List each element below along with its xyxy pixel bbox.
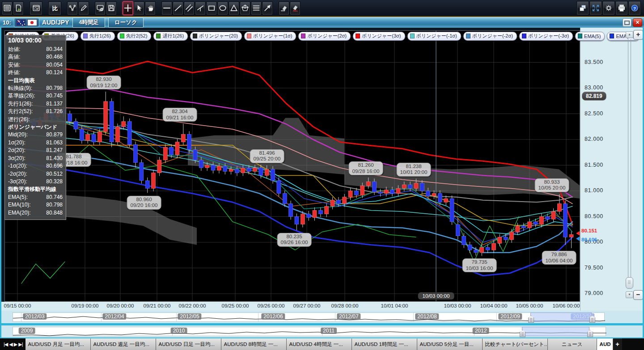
tab-nav-button-1[interactable]: ◀ — [9, 342, 12, 347]
legend-toggle[interactable]: ボリンジャー(1σ) — [244, 32, 297, 41]
navigator-yearly[interactable]: 2009201020112012 — [0, 325, 644, 337]
time-axis[interactable]: 09/15 00:0009/19 00:0009/20 00:0009/21 0… — [0, 302, 580, 311]
bottom-tab-bar: |◀◀▶▶| AUD/USD 月足 一目均...AUD/USD 週足 一目均..… — [0, 338, 644, 350]
legend-swatch — [156, 34, 161, 38]
ray-line-tool-button[interactable] — [195, 1, 206, 15]
scroll-down-button[interactable]: ▼ — [626, 291, 633, 298]
legend-label: EMA(5) — [584, 34, 601, 39]
time-axis-label: 09/19 00:00 — [72, 303, 99, 308]
legend-toggle[interactable]: 先行1(26) — [80, 32, 115, 41]
hand-tool-button[interactable] — [145, 1, 156, 15]
legend-toggle[interactable]: ボリンジャー(2σ) — [298, 32, 351, 41]
price-axis-label: 83.000 — [585, 84, 603, 91]
pencil-tool-button[interactable] — [78, 1, 89, 15]
legend-toggle[interactable]: EMA(5) — [575, 32, 605, 41]
chart-style-tab[interactable]: ローソク — [108, 17, 144, 28]
navigator-monthly[interactable]: 2012/032012/042012/052012/062012/072012/… — [0, 311, 644, 323]
trend-line-tool-button[interactable] — [173, 1, 183, 15]
price-axis[interactable]: 84.00083.50083.00082.50082.00081.50081.0… — [580, 28, 643, 311]
list-tool-button[interactable] — [2, 1, 13, 15]
tooltip-row: Mid(20):80.879 — [8, 131, 63, 139]
timeframe-tab[interactable]: 4時間足 — [72, 17, 105, 28]
zoom-in-button[interactable]: + — [633, 30, 643, 40]
tab-nav-button-2[interactable]: ▶ — [14, 342, 17, 347]
tooltip-row: -2σ(20):80.512 — [8, 170, 63, 178]
chart-tab[interactable]: ニュース — [548, 338, 597, 350]
parallel-lines-tool-button[interactable] — [184, 1, 195, 15]
price-axis-label: 82.500 — [585, 110, 603, 117]
windows-button[interactable] — [576, 1, 589, 15]
rectangle-tool-button[interactable] — [206, 1, 217, 15]
navigator-period-badge: 2012/03 — [23, 313, 47, 320]
scroll-up-button[interactable]: ▲ — [626, 31, 633, 38]
chart-tab[interactable]: AUD/USD 8時間足 一... — [221, 338, 287, 350]
navigator-period-badge: 2011 — [321, 328, 337, 334]
chart-tab[interactable]: AUD/USD 1時間足 一... — [352, 338, 417, 350]
gear-button[interactable] — [602, 1, 615, 15]
monitor-settings-tool-button[interactable] — [95, 1, 106, 15]
svg-text:比: 比 — [52, 5, 58, 12]
eraser-all-tool-button[interactable]: ALL — [290, 1, 301, 15]
legend-swatch — [610, 34, 614, 38]
eraser-tool-button[interactable] — [279, 1, 289, 15]
tab-nav-button-3[interactable]: ▶| — [18, 342, 22, 347]
crosshair-time-badge: 10/03 00:00 — [418, 292, 454, 299]
arrow-tool-button[interactable] — [262, 1, 273, 15]
printer-button[interactable] — [615, 1, 628, 15]
chart-tab[interactable]: AUD/USD 月足 一目均... — [25, 338, 91, 350]
legend-swatch — [410, 34, 415, 38]
chart-tab[interactable]: AUD/USD 4時間足 一... — [287, 338, 352, 350]
navigator-period-badge: 2012/09 — [498, 313, 522, 320]
pentagon-tool-button[interactable] — [240, 1, 250, 15]
tab-nav-button-0[interactable]: |◀ — [4, 342, 8, 347]
compare-tool-button[interactable]: 比 — [48, 1, 61, 15]
legend-toggle[interactable]: 先行2(52) — [117, 32, 152, 41]
legend-swatch — [193, 34, 197, 38]
chart-tab[interactable]: 比較チャート(パーセント... — [483, 338, 548, 350]
help-button[interactable]: ? — [628, 1, 641, 15]
chart-tab[interactable]: AUD — [597, 338, 613, 350]
chart-window-titlebar[interactable]: 10: AUD/JPY 4時間足 ローソク ✕ — [0, 17, 644, 28]
legend-swatch — [466, 34, 470, 38]
close-button[interactable]: ✕ — [633, 18, 642, 27]
add-chart-button[interactable]: + — [613, 338, 622, 350]
legend-toggle[interactable]: ボリンジャー(20) — [190, 32, 242, 41]
legend-label: 遅行1(26) — [162, 33, 184, 39]
price-axis-label: 79.000 — [585, 290, 603, 296]
navigator-track[interactable] — [13, 327, 606, 336]
price-scrollbar-track[interactable] — [628, 39, 631, 289]
navigator-period-badge: 2012/07 — [337, 313, 360, 320]
price-scrollbar-thumb[interactable] — [626, 277, 633, 289]
minimize-button[interactable] — [623, 18, 631, 27]
save-tool-button[interactable] — [106, 1, 117, 15]
legend-toggle[interactable]: 遅行1(26) — [153, 32, 188, 41]
zoom-out-button[interactable]: − — [633, 290, 643, 300]
horizontal-line-tool-button[interactable] — [161, 1, 172, 15]
window-divider — [0, 323, 644, 325]
cursor-tool-button[interactable] — [134, 1, 144, 15]
candlestick-chart-canvas[interactable] — [4, 30, 580, 302]
triangle-tool-button[interactable] — [229, 1, 239, 15]
ellipse-tool-button[interactable] — [217, 1, 228, 15]
tooltip-row: 先行1(26):81.137 — [8, 100, 63, 108]
legend-toggle[interactable]: ボリンジャー(3σ) — [353, 32, 405, 41]
expand-button[interactable] — [589, 1, 602, 15]
crosshair-tool-button[interactable] — [123, 1, 133, 15]
node-graph-tool-button[interactable] — [67, 1, 78, 15]
navigator-selection[interactable] — [522, 327, 589, 336]
legend-toggle[interactable]: ボリンジャー(-3σ) — [519, 32, 573, 41]
time-axis-label: 10/01 04:00 — [381, 303, 408, 308]
legend-toggle[interactable]: ボリンジャー(-1σ) — [407, 32, 461, 41]
chart-tab[interactable]: AUD/USD 5分足 一目... — [417, 338, 483, 350]
chart-tab[interactable]: AUD/USD 日足 一目均... — [156, 338, 221, 350]
time-axis-label: 09/22 00:00 — [179, 303, 206, 308]
chart-tab[interactable]: AUD/USD 週足 一目均... — [91, 338, 156, 350]
navigator-selection[interactable] — [530, 312, 592, 322]
tooltip-row: 3σ(20):81.430 — [8, 155, 63, 162]
tooltip-row: 基準線(26):80.745 — [8, 92, 63, 100]
calendar-tool-button[interactable]: Cal — [30, 1, 42, 15]
fib-lines-tool-button[interactable] — [251, 1, 262, 15]
legend-toggle[interactable]: ボリンジャー(-2σ) — [463, 32, 517, 41]
legend-label: ボリンジャー(3σ) — [362, 33, 401, 39]
file-add-tool-button[interactable] — [13, 1, 24, 15]
